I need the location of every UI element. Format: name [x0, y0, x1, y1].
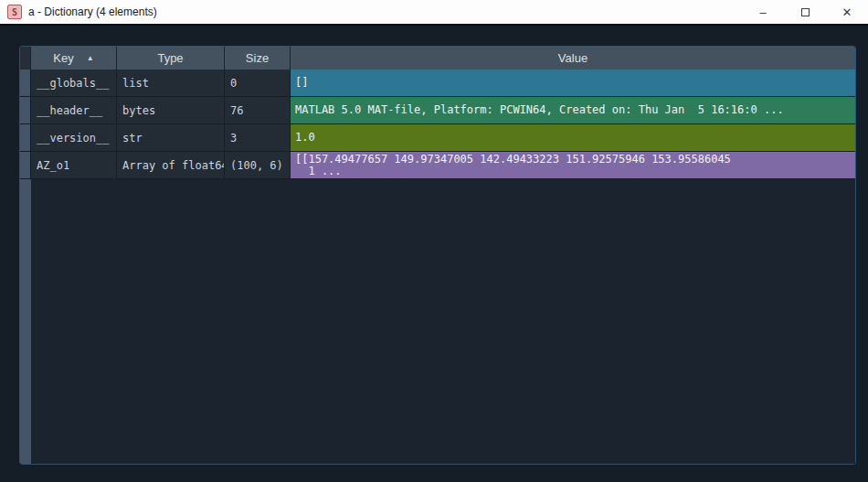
row-handle[interactable] [20, 70, 31, 97]
size-cell[interactable]: (100, 6) [225, 152, 291, 179]
table-row: AZ_o1 Array of float64 (100, 6) [[157.49… [20, 152, 855, 179]
dictionary-editor-window: S a - Dictionary (4 elements) – ✕ Key ▲ … [0, 0, 868, 482]
column-header-value-label: Value [558, 51, 587, 65]
column-header-size-label: Size [246, 51, 269, 65]
header-corner [20, 47, 31, 70]
maximize-icon [801, 8, 810, 16]
table-row: __header__ bytes 76 MATLAB 5.0 MAT-file,… [20, 97, 855, 124]
value-cell[interactable]: [] [291, 70, 855, 97]
key-cell[interactable]: __version__ [31, 124, 117, 152]
value-cell[interactable]: 1.0 [291, 124, 855, 152]
key-cell[interactable]: AZ_o1 [31, 152, 117, 179]
value-text-line2: 1 ... [295, 166, 855, 177]
row-handle[interactable] [20, 152, 31, 179]
value-text: [[157.49477657 149.97347005 142.49433223… [295, 154, 855, 166]
size-cell[interactable]: 3 [225, 124, 291, 152]
value-text: 1.0 [295, 132, 855, 144]
size-cell[interactable]: 0 [225, 70, 291, 97]
key-cell[interactable]: __globals__ [31, 70, 117, 97]
window-title: a - Dictionary (4 elements) [28, 5, 157, 18]
sort-ascending-icon: ▲ [87, 55, 94, 62]
minimize-button[interactable]: – [742, 0, 784, 24]
type-cell[interactable]: str [117, 124, 225, 152]
app-icon: S [7, 5, 22, 19]
value-cell[interactable]: [[157.49477657 149.97347005 142.49433223… [291, 152, 855, 179]
maximize-button[interactable] [784, 0, 826, 24]
value-text: [] [295, 77, 855, 89]
close-button[interactable]: ✕ [826, 0, 868, 24]
table-row: __globals__ list 0 [] [20, 70, 855, 97]
value-cell[interactable]: MATLAB 5.0 MAT-file, Platform: PCWIN64, … [291, 97, 855, 124]
editor-content: Key ▲ Type Size Value __globals__ list 0 [0, 26, 868, 482]
row-handle[interactable] [20, 124, 31, 152]
row-header-strip [20, 179, 31, 464]
column-header-value[interactable]: Value [291, 47, 855, 70]
column-header-type[interactable]: Type [117, 47, 225, 70]
dictionary-table-panel: Key ▲ Type Size Value __globals__ list 0 [19, 46, 856, 465]
type-cell[interactable]: Array of float64 [117, 152, 225, 179]
table-row: __version__ str 3 1.0 [20, 124, 855, 152]
row-handle[interactable] [20, 97, 31, 124]
key-cell[interactable]: __header__ [31, 97, 117, 124]
table-viewport [31, 179, 855, 464]
value-text: MATLAB 5.0 MAT-file, Platform: PCWIN64, … [295, 104, 855, 116]
titlebar: S a - Dictionary (4 elements) – ✕ [0, 0, 868, 26]
type-cell[interactable]: list [117, 70, 225, 97]
size-cell[interactable]: 76 [225, 97, 291, 124]
column-header-size[interactable]: Size [225, 47, 291, 70]
table-empty-area [20, 179, 855, 464]
column-header-key-label: Key [53, 51, 73, 65]
close-icon: ✕ [842, 5, 852, 19]
type-cell[interactable]: bytes [117, 97, 225, 124]
table-header-row: Key ▲ Type Size Value [20, 47, 855, 70]
minimize-icon: – [759, 5, 766, 19]
column-header-type-label: Type [157, 51, 183, 65]
column-header-key[interactable]: Key ▲ [31, 47, 117, 70]
